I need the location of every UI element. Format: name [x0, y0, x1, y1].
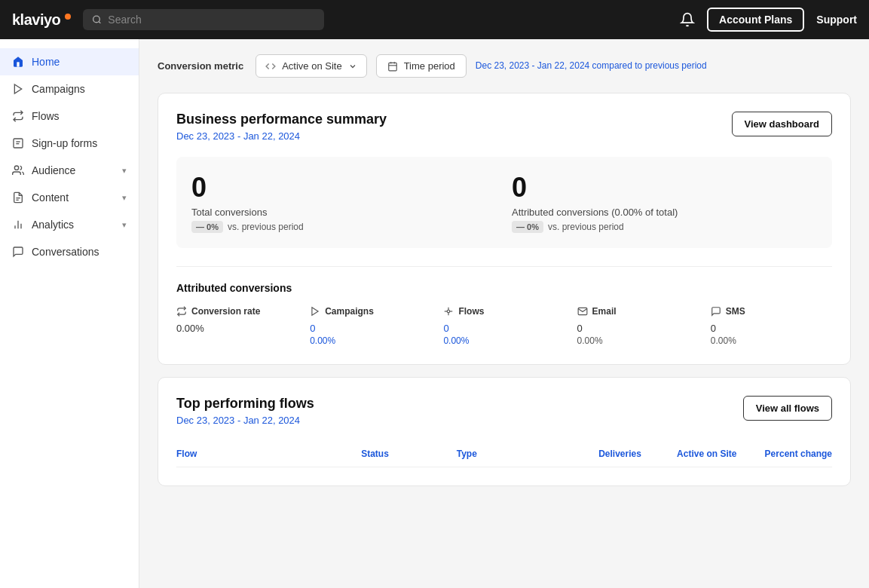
sidebar-label-analytics: Analytics	[32, 219, 74, 231]
total-conversions-change: — 0% vs. previous period	[191, 221, 497, 233]
flows-col-status: Status	[361, 449, 451, 459]
attr-label-campaigns: Campaigns	[325, 306, 374, 317]
bell-button[interactable]	[680, 12, 695, 27]
attributed-conversions-value: 0	[512, 172, 817, 204]
attr-col-header-email: Email	[577, 306, 699, 317]
logo-icon	[65, 14, 71, 20]
flows-col-type: Type	[457, 449, 546, 459]
attr-label-flows: Flows	[458, 306, 484, 317]
total-conversions-metric: 0 Total conversions — 0% vs. previous pe…	[191, 172, 497, 233]
date-range-text: Dec 23, 2023 - Jan 22, 2024 compared to …	[476, 60, 707, 72]
search-icon	[92, 14, 102, 25]
attr-col-sms: SMS 0 0.00%	[711, 306, 832, 346]
attributed-conversions-vs: vs. previous period	[548, 222, 624, 232]
flows-card-title: Top performing flows	[176, 396, 314, 412]
sidebar-item-content[interactable]: Content ▾	[0, 184, 139, 211]
view-dashboard-button[interactable]: View dashboard	[732, 112, 832, 136]
support-button[interactable]: Support	[816, 14, 857, 26]
metrics-grid: 0 Total conversions — 0% vs. previous pe…	[176, 157, 832, 248]
attr-pct-flows: 0.00%	[443, 335, 565, 346]
attr-label-sms: SMS	[726, 306, 745, 317]
email-attr-icon	[577, 306, 588, 317]
account-plans-button[interactable]: Account Plans	[707, 8, 804, 32]
sidebar-item-signup-forms[interactable]: Sign-up forms	[0, 130, 139, 157]
sidebar-label-audience: Audience	[32, 164, 75, 176]
logo: klaviyo	[12, 11, 71, 29]
attr-value-campaigns: 0	[310, 323, 431, 334]
attr-value-email: 0	[577, 323, 699, 334]
attributed-conversions-dash: —	[516, 222, 527, 231]
flows-table-header: Flow Status Type Deliveries Active on Si…	[176, 441, 832, 467]
time-period-button[interactable]: Time period	[376, 54, 467, 78]
svg-line-1	[99, 22, 100, 23]
svg-marker-16	[312, 308, 318, 316]
top-flows-card: Top performing flows Dec 23, 2023 - Jan …	[158, 377, 851, 486]
sidebar-item-audience[interactable]: Audience ▾	[0, 157, 139, 184]
card-date: Dec 23, 2023 - Jan 22, 2024	[176, 130, 387, 142]
attributed-conversions-metric: 0 Attributed conversions (0.00% of total…	[512, 172, 817, 233]
sms-attr-icon	[711, 306, 721, 317]
card-header: Business performance summary Dec 23, 202…	[176, 112, 832, 142]
signup-forms-icon	[12, 137, 24, 149]
bell-icon	[680, 12, 695, 27]
sidebar-label-signup-forms: Sign-up forms	[32, 137, 97, 149]
search-bar[interactable]	[83, 9, 324, 30]
flows-card-date: Dec 23, 2023 - Jan 22, 2024	[176, 415, 314, 426]
conversion-metric-bar: Conversion metric Active on Site Time pe…	[158, 54, 851, 78]
analytics-icon	[12, 219, 24, 231]
attr-value-conversion-rate: 0.00%	[176, 323, 298, 334]
sidebar: Home Campaigns Flows Sign-up forms Audie…	[0, 39, 139, 588]
sidebar-item-analytics[interactable]: Analytics ▾	[0, 211, 139, 238]
sidebar-label-flows: Flows	[32, 110, 60, 122]
attributed-conversions-section: Attributed conversions Conversion rate 0…	[176, 266, 832, 346]
content-chevron-icon: ▾	[122, 193, 127, 203]
business-performance-card: Business performance summary Dec 23, 202…	[158, 93, 851, 365]
svg-point-0	[93, 16, 100, 23]
total-conversions-badge: — 0%	[191, 221, 223, 233]
sidebar-label-campaigns: Campaigns	[32, 83, 85, 95]
logo-text: klaviyo	[12, 11, 60, 29]
campaigns-attr-icon	[310, 306, 320, 317]
sidebar-item-campaigns[interactable]: Campaigns	[0, 75, 139, 103]
attr-col-header-flows: Flows	[443, 306, 565, 317]
sidebar-label-home: Home	[32, 56, 60, 68]
sidebar-item-conversations[interactable]: Conversations	[0, 238, 139, 265]
top-navigation: klaviyo Account Plans Support	[0, 0, 869, 39]
svg-marker-2	[14, 84, 21, 93]
code-icon	[265, 61, 276, 72]
analytics-chevron-icon: ▾	[122, 220, 127, 230]
home-icon	[12, 56, 24, 68]
sidebar-item-home[interactable]: Home	[0, 48, 139, 75]
sidebar-label-content: Content	[32, 191, 69, 204]
flows-col-deliveries: Deliveries	[552, 449, 641, 459]
nav-right: Account Plans Support	[680, 8, 857, 32]
attributed-cols: Conversion rate 0.00% Campaigns 0 0.00%	[176, 306, 832, 346]
sidebar-label-conversations: Conversations	[32, 246, 99, 258]
attr-col-header-campaigns: Campaigns	[310, 306, 431, 317]
flows-col-percent-change: Percent change	[742, 449, 832, 459]
attr-col-flows: Flows 0 0.00%	[443, 306, 565, 346]
attributed-conversions-badge: — 0%	[512, 221, 543, 233]
total-conversions-value: 0	[191, 172, 497, 204]
attr-col-campaigns: Campaigns 0 0.00%	[310, 306, 431, 346]
search-input[interactable]	[108, 14, 315, 26]
flows-attr-icon	[443, 306, 454, 317]
attr-pct-sms: 0.00%	[711, 335, 832, 346]
attr-pct-campaigns: 0.00%	[310, 335, 431, 346]
flows-card-header-left: Top performing flows Dec 23, 2023 - Jan …	[176, 396, 314, 426]
sidebar-item-flows[interactable]: Flows	[0, 103, 139, 130]
svg-rect-12	[388, 63, 396, 71]
metric-dropdown[interactable]: Active on Site	[255, 54, 367, 78]
chevron-down-icon	[348, 62, 357, 71]
campaigns-icon	[12, 83, 24, 95]
attr-value-flows: 0	[443, 323, 565, 334]
metric-dropdown-value: Active on Site	[282, 60, 342, 72]
total-conversions-label: Total conversions	[191, 207, 497, 218]
attr-label-email: Email	[592, 306, 617, 317]
attributed-section-title: Attributed conversions	[176, 282, 832, 294]
time-period-label: Time period	[404, 60, 455, 72]
view-all-flows-button[interactable]: View all flows	[743, 396, 832, 421]
flows-col-active-on-site: Active on Site	[647, 449, 737, 459]
attributed-conversions-change: — 0% vs. previous period	[512, 221, 817, 233]
conversion-rate-icon	[176, 306, 187, 317]
